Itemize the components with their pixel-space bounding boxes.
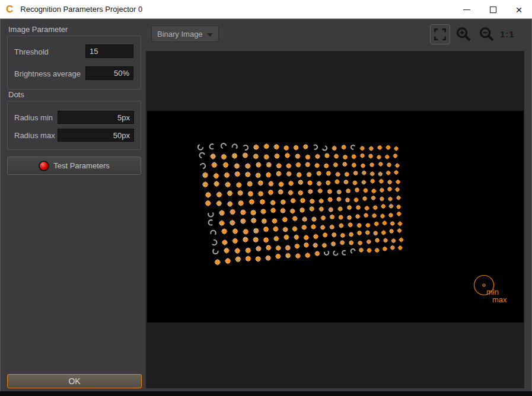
radius-max-input[interactable]	[58, 129, 134, 142]
window-bottom-edge	[0, 391, 532, 396]
legend-max-label: max	[492, 295, 507, 304]
window-title: Recognition Parameters Projector 0	[20, 5, 142, 14]
zoom-one-to-one-button[interactable]: 1:1	[500, 29, 520, 39]
red-led-icon	[39, 161, 49, 171]
chevron-down-icon	[207, 33, 213, 37]
test-parameters-button[interactable]: Test Parameters	[7, 157, 141, 175]
fit-to-screen-icon	[434, 28, 446, 40]
app-logo-icon: C	[6, 4, 13, 14]
minimize-button[interactable]	[454, 0, 480, 19]
legend-min-circle	[483, 284, 485, 286]
radius-max-label: Radius max	[14, 131, 55, 140]
dots-group-title: Dots	[8, 90, 24, 99]
maximize-icon	[490, 7, 496, 13]
image-type-dropdown[interactable]: Binary Image	[151, 25, 219, 42]
titlebar: C Recognition Parameters Projector 0 ×	[0, 0, 532, 19]
threshold-label: Threshold	[14, 47, 49, 56]
minimize-icon	[463, 9, 470, 10]
threshold-input[interactable]	[85, 44, 133, 58]
image-parameter-group-title: Image Parameter	[8, 25, 68, 34]
window-controls: ×	[454, 0, 532, 19]
dot-field-svg: minmax	[147, 111, 524, 322]
zoom-out-button[interactable]	[477, 26, 497, 43]
brightness-average-label: Brightness average	[14, 69, 81, 78]
ok-button-label: OK	[68, 376, 80, 386]
brightness-average-input[interactable]	[85, 66, 133, 80]
test-parameters-label: Test Parameters	[53, 161, 110, 170]
zoom-out-icon	[479, 27, 495, 42]
maximize-button[interactable]	[480, 0, 506, 19]
radius-min-input[interactable]	[58, 111, 134, 124]
image-viewport: minmax	[146, 51, 524, 388]
radius-min-label: Radius min	[14, 113, 53, 122]
zoom-in-icon	[456, 27, 472, 42]
dialog-window: C Recognition Parameters Projector 0 × I…	[0, 0, 532, 396]
dots-group-frame	[7, 101, 141, 150]
binary-image-canvas[interactable]: minmax	[147, 111, 524, 322]
zoom-in-button[interactable]	[454, 26, 474, 43]
image-parameter-group-frame	[7, 36, 141, 90]
fit-to-screen-button[interactable]	[430, 24, 450, 44]
image-type-dropdown-value: Binary Image	[157, 30, 203, 39]
close-button[interactable]: ×	[506, 0, 532, 19]
ok-button[interactable]: OK	[7, 374, 142, 388]
